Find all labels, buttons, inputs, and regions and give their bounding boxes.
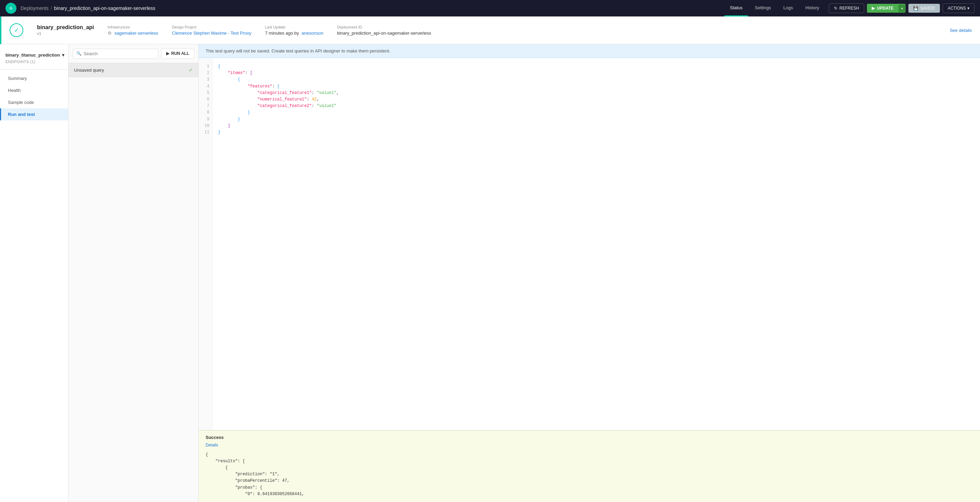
tab-logs[interactable]: Logs — [778, 0, 799, 16]
status-icon: ✓ — [10, 23, 23, 37]
refresh-icon: ↻ — [834, 6, 837, 11]
sidebar-item-summary[interactable]: Summary — [0, 72, 68, 84]
sidebar-item-run-test[interactable]: Run and test — [0, 108, 68, 120]
breadcrumb-separator: / — [51, 5, 52, 11]
design-project-section: Design project Clemence Stephen Maxime -… — [172, 25, 251, 36]
endpoint-selector[interactable]: binary_titanuc_prediction ▾ — [0, 50, 68, 59]
last-update-value: 7 minutes ago by anesonson — [265, 30, 323, 36]
deployment-id-label: Deployment ID — [337, 25, 431, 29]
tab-settings[interactable]: Settings — [749, 0, 776, 16]
actions-chevron-icon: ▾ — [967, 6, 969, 11]
deployment-id-section: Deployment ID binary_prediction_api-on-s… — [337, 25, 431, 36]
infrastructure-label: Infrastructure — [108, 25, 158, 29]
last-update-label: Last update — [265, 25, 323, 29]
results-code: { "results": [ { "prediction": "1", "pro… — [199, 450, 980, 502]
endpoint-chevron-icon: ▾ — [62, 53, 64, 57]
line-numbers: 1 2 3 4 5 6 7 8 9 10 11 — [199, 58, 212, 430]
code-content[interactable]: { "items": [ { "features": { "categorica… — [212, 58, 980, 430]
design-project-value: Clemence Stephen Maxime - Test Proxy — [172, 30, 251, 36]
search-input-wrap: 🔍 — [73, 49, 158, 59]
refresh-button[interactable]: ↻ REFRESH — [829, 3, 864, 13]
last-update-section: Last update 7 minutes ago by anesonson — [265, 25, 323, 36]
right-panel: This test query will not be saved. Creat… — [199, 44, 980, 502]
api-name: binary_prediction_api — [37, 24, 94, 30]
infra-icon: ⚙ — [108, 30, 112, 36]
toolbar-actions: ↻ REFRESH ▶ UPDATE ▾ 💾 SAVED! ACTIONS ▾ — [829, 3, 975, 13]
update-dropdown-button[interactable]: ▾ — [899, 5, 906, 12]
saved-button[interactable]: 💾 SAVED! — [908, 4, 940, 13]
tab-history[interactable]: History — [800, 0, 824, 16]
tab-status[interactable]: Status — [724, 0, 748, 16]
search-icon: 🔍 — [76, 51, 81, 56]
svg-text:G: G — [10, 6, 13, 10]
infrastructure-value: ⚙ sagemaker-serverless — [108, 30, 158, 36]
breadcrumb: Deployments / binary_prediction_api-on-s… — [21, 5, 155, 11]
see-details-link[interactable]: See details — [950, 28, 972, 33]
breadcrumb-current: binary_prediction_api-on-sagemaker-serve… — [54, 5, 156, 11]
breadcrumb-prefix[interactable]: Deployments — [21, 5, 49, 11]
search-input[interactable] — [84, 51, 154, 56]
results-details-label[interactable]: Details — [199, 441, 980, 450]
search-bar: 🔍 ▶ RUN ALL — [68, 44, 199, 63]
main-layout: binary_titanuc_prediction ▾ ENDPOINTS (1… — [0, 44, 980, 502]
endpoint-name: binary_titanuc_prediction — [5, 53, 60, 57]
infrastructure-link[interactable]: sagemaker-serverless — [115, 30, 158, 36]
design-project-link[interactable]: Clemence Stephen Maxime - Test Proxy — [172, 30, 251, 36]
sidebar-divider — [0, 69, 68, 70]
query-check-icon: ✓ — [189, 67, 193, 73]
api-version: v1 — [37, 31, 94, 36]
last-update-user-link[interactable]: anesonson — [302, 30, 323, 36]
middle-panel: 🔍 ▶ RUN ALL Unsaved query ✓ — [68, 44, 199, 502]
save-icon: 💾 — [913, 6, 918, 11]
api-info: binary_prediction_api v1 — [37, 24, 94, 36]
infrastructure-section: Infrastructure ⚙ sagemaker-serverless — [108, 25, 158, 36]
code-editor[interactable]: 1 2 3 4 5 6 7 8 9 10 11 { "items": [ { "… — [199, 58, 980, 430]
update-button-group: ▶ UPDATE ▾ — [867, 4, 905, 13]
update-button[interactable]: ▶ UPDATE — [867, 4, 898, 13]
query-item-unsaved[interactable]: Unsaved query ✓ — [68, 63, 199, 77]
results-status: Success — [199, 431, 980, 441]
infobar: ✓ binary_prediction_api v1 Infrastructur… — [0, 16, 980, 44]
design-project-label: Design project — [172, 25, 251, 29]
logo: G — [5, 3, 16, 14]
deployment-id-value: binary_prediction_api-on-sagemaker-serve… — [337, 30, 431, 36]
query-name: Unsaved query — [74, 67, 104, 73]
sidebar-item-sample-code[interactable]: Sample code — [0, 96, 68, 108]
actions-button[interactable]: ACTIONS ▾ — [943, 3, 975, 13]
endpoints-label: ENDPOINTS (1) — [0, 59, 68, 68]
run-all-button[interactable]: ▶ RUN ALL — [161, 48, 194, 59]
sidebar: binary_titanuc_prediction ▾ ENDPOINTS (1… — [0, 44, 68, 502]
run-all-play-icon: ▶ — [166, 51, 169, 56]
results-panel: Success Details { "results": [ { "predic… — [199, 430, 980, 502]
play-icon: ▶ — [872, 6, 875, 11]
nav-tabs: Status Settings Logs History — [724, 0, 825, 16]
info-banner: This test query will not be saved. Creat… — [199, 44, 980, 58]
topbar: G Deployments / binary_prediction_api-on… — [0, 0, 980, 16]
sidebar-item-health[interactable]: Health — [0, 84, 68, 96]
